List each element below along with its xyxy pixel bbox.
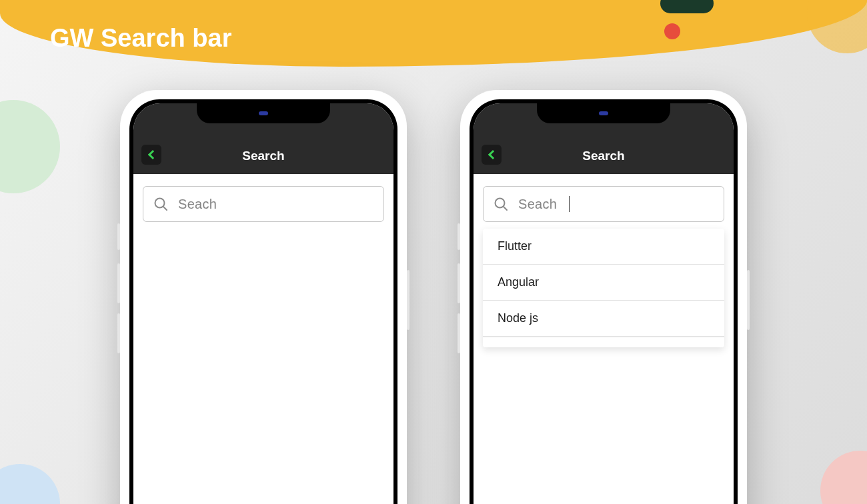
phone-mockup-right: Search Seach Flutter Angular Node js: [460, 90, 747, 504]
phone-notch: [197, 103, 330, 123]
svg-line-1: [163, 207, 167, 210]
search-input[interactable]: Seach: [483, 186, 724, 222]
suggestions-list: Flutter Angular Node js: [483, 229, 724, 347]
screen-title: Search: [133, 149, 393, 163]
text-cursor: [569, 196, 570, 212]
screen-title: Search: [474, 149, 734, 163]
phone-notch: [537, 103, 670, 123]
suggestion-item[interactable]: Node js: [483, 301, 724, 337]
phone-mockup-left: Search Seach: [120, 90, 407, 504]
svg-line-3: [504, 207, 507, 210]
page-title: GW Search bar: [50, 24, 231, 53]
search-icon: [493, 196, 509, 212]
suggestion-item[interactable]: Flutter: [483, 229, 724, 265]
search-input[interactable]: Seach: [143, 186, 384, 222]
search-placeholder: Seach: [178, 197, 217, 212]
suggestion-item-partial: [483, 337, 724, 347]
search-icon: [153, 196, 169, 212]
search-value: Seach: [518, 197, 557, 212]
suggestion-item[interactable]: Angular: [483, 265, 724, 301]
